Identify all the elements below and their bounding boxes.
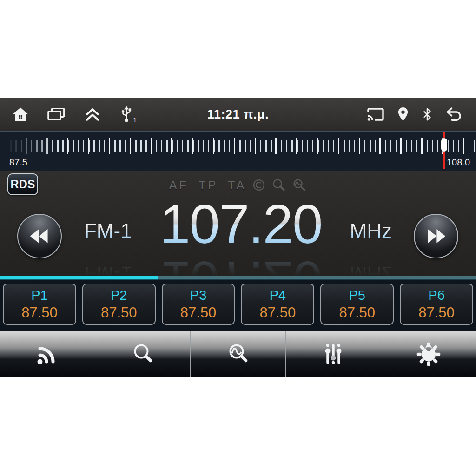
preset-label: P1 <box>31 288 47 303</box>
preset-button-3[interactable]: P3 87.50 <box>162 284 235 325</box>
scan-icon <box>225 341 251 367</box>
back-icon[interactable] <box>445 107 464 121</box>
equalizer-icon <box>320 341 346 367</box>
preset-button-4[interactable]: P4 87.50 <box>241 284 314 325</box>
tuning-scale[interactable]: 87.5 108.0 <box>0 131 476 171</box>
main-display: RDS AF TP TA <box>0 171 476 276</box>
bluetooth-icon[interactable] <box>421 106 433 122</box>
bottom-toolbar <box>0 331 476 377</box>
equalizer-button[interactable] <box>285 331 381 377</box>
preset-button-5[interactable]: P5 87.50 <box>320 284 394 325</box>
preset-value: 87.50 <box>101 304 137 321</box>
preset-button-1[interactable]: P1 87.50 <box>3 284 76 325</box>
af-tp-ta-flags: AF TP TA <box>169 178 247 192</box>
scale-min-label: 87.5 <box>9 157 27 168</box>
fast-forward-icon <box>425 229 447 243</box>
settings-button[interactable] <box>381 331 476 377</box>
preset-value: 87.50 <box>339 304 375 321</box>
preset-button-2[interactable]: P2 87.50 <box>82 284 156 325</box>
scan-button[interactable] <box>190 331 285 377</box>
preset-value: 87.50 <box>21 304 58 321</box>
usb-count-badge: 1 <box>133 116 137 124</box>
broadcast-button[interactable] <box>0 331 95 377</box>
preset-label: P5 <box>349 288 365 303</box>
cast-icon[interactable] <box>366 107 385 122</box>
usb-icon[interactable]: 1 <box>120 106 133 123</box>
preset-label: P6 <box>428 288 444 303</box>
search-flag-icon[interactable] <box>271 178 286 192</box>
status-bar: 1 11:21 π.μ. <box>0 98 476 131</box>
preset-label: P3 <box>190 288 206 303</box>
frequency-readout: FM-1 107.20 MHz <box>0 197 476 251</box>
home-icon[interactable] <box>12 107 29 122</box>
scale-max-label: 108.0 <box>447 157 470 168</box>
preset-value: 87.50 <box>418 304 455 321</box>
recent-apps-icon[interactable] <box>47 107 65 121</box>
collapse-up-icon[interactable] <box>84 107 101 122</box>
seek-down-button[interactable] <box>17 214 62 258</box>
broadcast-icon <box>34 341 60 367</box>
radio-app-screen: 1 11:21 π.μ. <box>0 98 476 377</box>
preset-value: 87.50 <box>260 304 296 321</box>
frequency-value: 107.20 <box>160 197 322 251</box>
frequency-unit: MHz <box>350 219 392 243</box>
preset-button-6[interactable]: P6 87.50 <box>400 284 473 325</box>
accent-progress-line <box>0 276 476 280</box>
preset-bar: P1 87.50 P2 87.50 P3 87.50 P4 87.50 P5 8… <box>0 280 476 331</box>
major-ticks <box>5 138 475 154</box>
tuning-indicator-knob[interactable] <box>441 138 447 152</box>
clock: 11:21 π.μ. <box>207 107 269 122</box>
preset-label: P4 <box>270 288 286 303</box>
seek-up-button[interactable] <box>414 214 458 258</box>
band-label: FM-1 <box>84 219 132 243</box>
preset-value: 87.50 <box>180 304 217 321</box>
rewind-icon <box>29 229 50 243</box>
search-button[interactable] <box>95 331 190 377</box>
search-icon <box>130 341 156 367</box>
scale-fade <box>0 132 56 171</box>
scan-flag-icon[interactable] <box>292 178 307 192</box>
location-icon[interactable] <box>397 107 409 122</box>
pty-circle-icon[interactable] <box>252 178 266 192</box>
settings-gear-icon <box>416 342 441 367</box>
preset-label: P2 <box>111 288 127 303</box>
